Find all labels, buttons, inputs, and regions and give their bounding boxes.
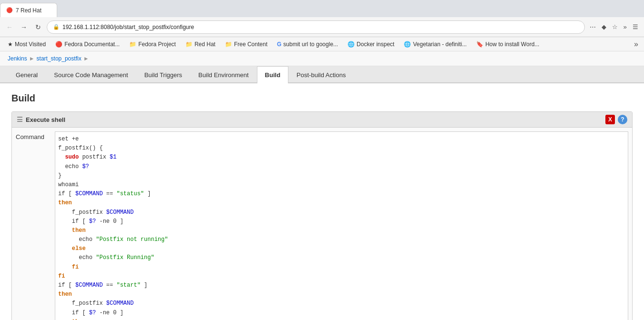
browser-toolbar: ← → ↻ 🔒 192.168.1.112:8080/job/start_sto… xyxy=(0,17,644,37)
close-execute-shell-button[interactable]: X xyxy=(605,115,615,124)
web-icon: 🌐 xyxy=(404,41,411,48)
bookmark-label: Fedora Documentat... xyxy=(64,41,120,48)
tab-favicon: 🔴 xyxy=(6,7,13,13)
breadcrumb-job[interactable]: start_stop_postfix xyxy=(37,55,82,62)
back-button[interactable]: ← xyxy=(4,21,15,33)
main-content: General Source Code Management Build Tri… xyxy=(0,66,644,320)
url-text: 192.168.1.112:8080/job/start_stop_postfi… xyxy=(62,24,194,30)
bookmark-label: How to install Word... xyxy=(485,41,539,48)
browser-tab[interactable]: 🔴 7 Red Hat xyxy=(0,3,57,17)
bookmark-label: submit url to google... xyxy=(283,41,338,48)
bookmark-google[interactable]: G submit url to google... xyxy=(273,40,342,49)
fedora-doc-icon: 🔴 xyxy=(55,41,62,48)
reload-button[interactable]: ↻ xyxy=(32,21,44,33)
folder-icon: 📁 xyxy=(185,41,193,48)
bookmark-label: Vegetarian - definiti... xyxy=(413,41,467,48)
bookmark-label: Red Hat xyxy=(194,41,215,48)
bookmark-label: Free Content xyxy=(234,41,267,48)
bookmark-fedora-project[interactable]: 📁 Fedora Project xyxy=(125,40,180,49)
tab-post-build[interactable]: Post-build Actions xyxy=(288,66,354,83)
bookmark-label: Fedora Project xyxy=(138,41,176,48)
breadcrumb: Jenkins ► start_stop_postfix ► xyxy=(0,51,644,66)
tab-build-triggers[interactable]: Build Triggers xyxy=(136,66,190,83)
build-title: Build xyxy=(11,93,633,104)
config-tab-nav: General Source Code Management Build Tri… xyxy=(0,66,644,83)
bookmark-docker[interactable]: 🌐 Docker inspect xyxy=(344,40,398,49)
breadcrumb-separator-2: ► xyxy=(83,55,89,62)
menu-dots-button[interactable]: ⋯ xyxy=(588,21,598,32)
bookmark-how-to-install[interactable]: 🔖 How to install Word... xyxy=(472,40,543,49)
execute-shell-box: ☰ Execute shell X ? Command set +e f_pos… xyxy=(11,111,633,320)
extensions-button[interactable]: » xyxy=(622,21,629,32)
code-block: set +e f_postfix() { sudo postfix $1 ech… xyxy=(58,135,625,320)
bookmark-most-visited[interactable]: ★ Most Visited xyxy=(4,40,50,49)
tab-general[interactable]: General xyxy=(8,66,46,83)
bookmark-label: Docker inspect xyxy=(357,41,394,48)
execute-shell-title: ☰ Execute shell xyxy=(17,116,65,123)
drag-handle-icon: ☰ xyxy=(17,116,23,123)
bookmarks-bar: ★ Most Visited 🔴 Fedora Documentat... 📁 … xyxy=(0,37,644,51)
page-content: Jenkins ► start_stop_postfix ► General S… xyxy=(0,51,644,320)
bookmark-fedora-doc[interactable]: 🔴 Fedora Documentat... xyxy=(51,40,123,49)
command-textarea[interactable]: set +e f_postfix() { sudo postfix $1 ech… xyxy=(55,131,628,320)
pocket-button[interactable]: ◆ xyxy=(600,21,608,32)
hamburger-menu-button[interactable]: ☰ xyxy=(631,21,640,32)
tab-bar: 🔴 7 Red Hat xyxy=(0,0,644,17)
command-label: Command xyxy=(16,131,49,320)
bookmark-label: Most Visited xyxy=(15,41,46,48)
help-button[interactable]: ? xyxy=(618,115,627,124)
lock-icon: 🔒 xyxy=(53,24,60,30)
bookmark-red-hat[interactable]: 📁 Red Hat xyxy=(182,40,219,49)
bookmark-vegetarian[interactable]: 🌐 Vegetarian - definiti... xyxy=(400,40,470,49)
forward-button[interactable]: → xyxy=(18,21,30,33)
web-icon: 🌐 xyxy=(348,41,355,48)
folder-icon: 📁 xyxy=(225,41,232,48)
bookmark-free-content[interactable]: 📁 Free Content xyxy=(221,40,271,49)
breadcrumb-jenkins[interactable]: Jenkins xyxy=(8,55,27,62)
tab-build-environment[interactable]: Build Environment xyxy=(190,66,257,83)
execute-shell-body: Command set +e f_postfix() { sudo postfi… xyxy=(12,128,632,320)
most-visited-icon: ★ xyxy=(8,41,13,48)
execute-shell-header: ☰ Execute shell X ? xyxy=(12,112,632,128)
toolbar-actions: ⋯ ◆ ☆ » ☰ xyxy=(588,21,640,32)
bookmarks-more-button[interactable]: » xyxy=(632,39,640,50)
breadcrumb-separator: ► xyxy=(29,55,35,62)
execute-shell-label: Execute shell xyxy=(26,116,65,123)
tab-title: 7 Red Hat xyxy=(16,7,41,14)
address-bar[interactable]: 🔒 192.168.1.112:8080/job/start_stop_post… xyxy=(47,20,585,34)
tab-source-code[interactable]: Source Code Management xyxy=(46,66,136,83)
bookmark-icon: 🔖 xyxy=(476,41,483,48)
google-icon: G xyxy=(277,41,281,48)
build-section: Build ☰ Execute shell X ? Command xyxy=(0,83,644,320)
bookmark-star-button[interactable]: ☆ xyxy=(610,21,620,32)
folder-icon: 📁 xyxy=(129,41,136,48)
tab-build[interactable]: Build xyxy=(257,66,289,83)
